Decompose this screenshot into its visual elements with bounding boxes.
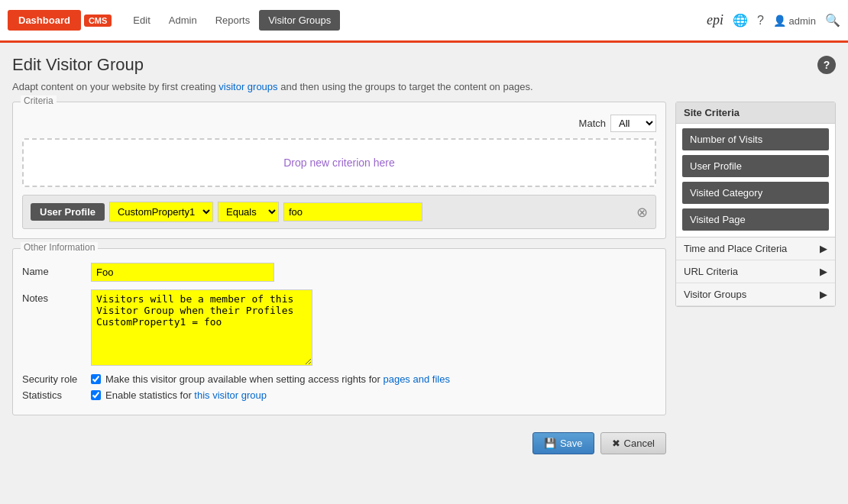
top-nav: Dashboard CMS Edit Admin Reports Visitor… [0, 0, 848, 43]
other-info-legend: Other Information [21, 242, 98, 253]
cancel-icon: ✖ [612, 438, 620, 449]
top-right-nav: epi 🌐 ? 👤 admin 🔍 [707, 12, 840, 28]
visitor-groups-link[interactable]: visitor groups [218, 81, 277, 92]
other-info-box: Other Information Name Notes Visitors wi… [12, 248, 666, 415]
statistics-row: Statistics Enable statistics for this vi… [22, 389, 656, 401]
number-of-visits-btn[interactable]: Number of Visits [682, 128, 829, 150]
nav-admin[interactable]: Admin [160, 10, 206, 31]
time-place-criteria-label: Time and Place Criteria [684, 243, 787, 254]
name-row: Name [22, 263, 656, 282]
cancel-button[interactable]: ✖ Cancel [600, 432, 666, 454]
name-input[interactable] [91, 263, 274, 282]
help-icon-btn[interactable]: ? [757, 14, 764, 27]
match-label: Match [579, 118, 606, 129]
visited-category-btn[interactable]: Visited Category [682, 182, 829, 204]
statistics-text: Enable statistics for this visitor group [105, 389, 267, 401]
nav-reports[interactable]: Reports [206, 10, 260, 31]
criterion-property-select[interactable]: CustomProperty1 [109, 202, 213, 222]
name-label: Name [22, 263, 91, 277]
time-place-criteria-header[interactable]: Time and Place Criteria ▶ [676, 237, 835, 260]
security-role-row: Security role Make this visitor group av… [22, 373, 656, 385]
page-title-row: Edit Visitor Group ? [12, 55, 836, 75]
visitor-groups-chevron-icon: ▶ [820, 289, 827, 300]
security-role-text: Make this visitor group available when s… [105, 373, 450, 385]
page-content: Edit Visitor Group ? Adapt content on yo… [0, 43, 848, 504]
nav-edit[interactable]: Edit [124, 10, 159, 31]
globe-icon-btn[interactable]: 🌐 [733, 13, 748, 27]
admin-user-text: 👤 admin [773, 15, 816, 27]
url-criteria-label: URL Criteria [684, 266, 738, 277]
criterion-badge: User Profile [31, 203, 105, 221]
criteria-box: Criteria Match All Any Drop new criterio… [12, 102, 666, 239]
notes-textarea[interactable]: Visitors will be a member of this Visito… [91, 289, 312, 366]
statistics-checkbox[interactable] [91, 390, 101, 400]
time-place-chevron-icon: ▶ [820, 243, 827, 254]
notes-row: Notes Visitors will be a member of this … [22, 289, 656, 366]
search-icon-btn[interactable]: 🔍 [825, 13, 840, 27]
visited-page-btn[interactable]: Visited Page [682, 208, 829, 231]
match-select[interactable]: All Any [610, 115, 656, 132]
security-role-label: Security role [22, 373, 91, 385]
dashboard-button[interactable]: Dashboard [8, 10, 81, 31]
page-help-button[interactable]: ? [817, 56, 836, 74]
visitor-groups-header[interactable]: Visitor Groups ▶ [676, 283, 835, 306]
pages-files-link[interactable]: pages and files [383, 373, 449, 385]
page-title: Edit Visitor Group [12, 55, 144, 75]
right-column: Site Criteria Number of Visits User Prof… [675, 102, 836, 492]
page-description: Adapt content on your website by first c… [12, 81, 836, 92]
statistics-label: Statistics [22, 389, 91, 401]
url-criteria-header[interactable]: URL Criteria ▶ [676, 260, 835, 283]
cancel-label: Cancel [624, 438, 655, 449]
criteria-header: Match All Any [22, 110, 656, 132]
user-profile-btn[interactable]: User Profile [682, 155, 829, 177]
criterion-value-input[interactable] [283, 202, 422, 221]
visitor-groups-label: Visitor Groups [684, 289, 746, 300]
main-layout: Criteria Match All Any Drop new criterio… [12, 102, 836, 492]
site-criteria-title: Site Criteria [676, 102, 835, 124]
criterion-row: User Profile CustomProperty1 Equals ⊗ [22, 195, 656, 229]
security-role-checkbox[interactable] [91, 374, 101, 384]
cms-badge: CMS [84, 15, 112, 27]
criterion-remove-button[interactable]: ⊗ [636, 205, 648, 219]
nav-visitor-groups[interactable]: Visitor Groups [259, 10, 340, 31]
left-column: Criteria Match All Any Drop new criterio… [12, 102, 666, 492]
drop-zone[interactable]: Drop new criterion here [22, 138, 656, 187]
main-nav: Edit Admin Reports Visitor Groups [124, 10, 340, 31]
criterion-equals-select[interactable]: Equals [218, 202, 279, 222]
save-icon: 💾 [544, 438, 556, 449]
this-visitor-group-link[interactable]: this visitor group [194, 389, 267, 401]
site-criteria-panel: Site Criteria Number of Visits User Prof… [675, 102, 836, 307]
collapsible-sections: Time and Place Criteria ▶ URL Criteria ▶… [676, 237, 835, 306]
bottom-buttons: 💾 Save ✖ Cancel [12, 432, 666, 454]
epi-logo: epi [707, 12, 723, 28]
notes-label: Notes [22, 289, 91, 304]
security-role-content: Make this visitor group available when s… [91, 373, 450, 385]
statistics-content: Enable statistics for this visitor group [91, 389, 267, 401]
url-criteria-chevron-icon: ▶ [820, 266, 827, 277]
save-button[interactable]: 💾 Save [532, 432, 594, 454]
save-label: Save [560, 438, 583, 449]
criteria-legend: Criteria [21, 95, 57, 106]
